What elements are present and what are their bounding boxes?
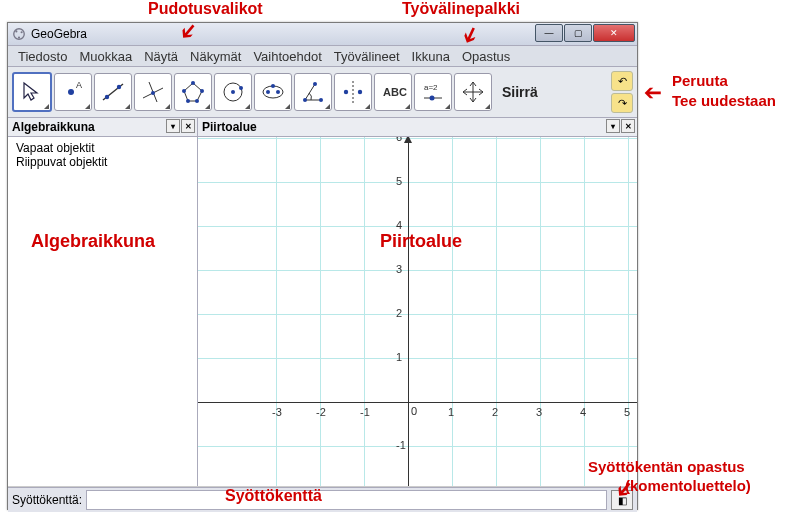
algebra-view: Algebraikkuna ▾ ✕ Vapaat objektit Riippu… [8, 118, 198, 486]
toolbar-mode-label: Siirrä [502, 84, 538, 100]
svg-text:a=2: a=2 [424, 83, 438, 92]
input-field[interactable] [86, 490, 607, 510]
titlebar[interactable]: GeoGebra — ▢ ✕ [8, 23, 637, 46]
svg-point-4 [68, 89, 74, 95]
y-tick-label: 3 [396, 263, 402, 275]
redo-button[interactable]: ↷ [611, 93, 633, 113]
svg-point-33 [430, 96, 435, 101]
origin-label: 0 [411, 405, 417, 417]
free-objects-label: Vapaat objektit [16, 141, 189, 155]
tool-move[interactable] [12, 72, 52, 112]
svg-point-8 [117, 85, 121, 89]
graphics-toggle-icon[interactable]: ▾ [606, 119, 620, 133]
svg-point-15 [186, 99, 190, 103]
arrow-icon: ➔ [644, 80, 662, 106]
svg-point-3 [18, 36, 20, 38]
svg-point-7 [105, 95, 109, 99]
menu-help[interactable]: Opastus [456, 47, 516, 66]
svg-point-13 [200, 89, 204, 93]
x-tick-label: -1 [360, 406, 370, 418]
svg-point-25 [319, 98, 323, 102]
tool-slider[interactable]: a=2 [414, 73, 452, 111]
anno-inputhelp2: (komentoluettelo) [625, 477, 751, 494]
tool-point[interactable]: A [54, 73, 92, 111]
undo-button[interactable]: ↶ [611, 71, 633, 91]
menu-options[interactable]: Vaihtoehdot [247, 47, 327, 66]
anno-undo: Peruuta [672, 72, 728, 89]
tool-angle[interactable] [294, 73, 332, 111]
dependent-objects-label: Riippuvat objektit [16, 155, 189, 169]
svg-point-18 [231, 90, 235, 94]
tool-text[interactable]: ABC [374, 73, 412, 111]
svg-point-12 [191, 81, 195, 85]
y-tick-label: 4 [396, 219, 402, 231]
anno-input: Syöttökenttä [225, 487, 322, 505]
graphics-canvas[interactable]: -3-2-112345-11234560 [198, 137, 637, 486]
geogebra-window: GeoGebra — ▢ ✕ Tiedosto Muokkaa Näytä Nä… [7, 22, 638, 510]
y-tick-label: 5 [396, 175, 402, 187]
svg-point-2 [21, 31, 23, 33]
algebra-header[interactable]: Algebraikkuna ▾ ✕ [8, 118, 197, 137]
svg-point-24 [303, 98, 307, 102]
svg-point-11 [151, 91, 155, 95]
menu-tools[interactable]: Työvälineet [328, 47, 406, 66]
menu-edit[interactable]: Muokkaa [73, 47, 138, 66]
anno-dropdowns: Pudotusvalikot [148, 0, 263, 18]
tool-line[interactable] [94, 73, 132, 111]
menu-perspectives[interactable]: Näkymät [184, 47, 247, 66]
graphics-view: Piirtoalue ▾ ✕ -3-2-112345-11234560 [198, 118, 637, 486]
input-bar: Syöttökenttä: ◧ [8, 487, 637, 512]
anno-graphics: Piirtoalue [380, 231, 462, 252]
svg-point-22 [276, 90, 280, 94]
menu-view[interactable]: Näytä [138, 47, 184, 66]
x-tick-label: 1 [448, 406, 454, 418]
graphics-close-icon[interactable]: ✕ [621, 119, 635, 133]
graphics-header[interactable]: Piirtoalue ▾ ✕ [198, 118, 637, 137]
algebra-title: Algebraikkuna [12, 120, 95, 134]
tool-circle[interactable] [214, 73, 252, 111]
x-tick-label: 4 [580, 406, 586, 418]
menu-file[interactable]: Tiedosto [12, 47, 73, 66]
algebra-close-icon[interactable]: ✕ [181, 119, 195, 133]
svg-text:ABC: ABC [383, 86, 407, 98]
x-tick-label: -3 [272, 406, 282, 418]
close-button[interactable]: ✕ [593, 24, 635, 42]
x-tick-label: 3 [536, 406, 542, 418]
anno-redo: Tee uudestaan [672, 92, 776, 109]
y-tick-label: 2 [396, 307, 402, 319]
svg-point-26 [313, 82, 317, 86]
menubar: Tiedosto Muokkaa Näytä Näkymät Vaihtoehd… [8, 46, 637, 67]
svg-point-19 [239, 86, 243, 90]
maximize-button[interactable]: ▢ [564, 24, 592, 42]
x-tick-label: 5 [624, 406, 630, 418]
y-tick-label: -1 [396, 439, 406, 451]
tool-reflect[interactable] [334, 73, 372, 111]
anno-toolbar: Työvälinepalkki [402, 0, 520, 18]
svg-text:A: A [76, 80, 82, 90]
y-tick-label: 6 [396, 137, 402, 143]
minimize-button[interactable]: — [535, 24, 563, 42]
menu-window[interactable]: Ikkuna [406, 47, 456, 66]
tool-perpendicular[interactable] [134, 73, 172, 111]
anno-algebra: Algebraikkuna [31, 231, 155, 252]
svg-point-16 [182, 89, 186, 93]
input-label: Syöttökenttä: [12, 493, 82, 507]
anno-inputhelp1: Syöttökentän opastus [588, 458, 745, 475]
x-tick-label: 2 [492, 406, 498, 418]
toolbar: A ABC [8, 67, 637, 118]
svg-point-21 [266, 90, 270, 94]
svg-point-29 [358, 90, 362, 94]
svg-point-23 [271, 84, 275, 88]
graphics-title: Piirtoalue [202, 120, 257, 134]
tool-ellipse[interactable] [254, 73, 292, 111]
panes: Algebraikkuna ▾ ✕ Vapaat objektit Riippu… [8, 118, 637, 487]
svg-point-1 [15, 30, 17, 32]
algebra-toggle-icon[interactable]: ▾ [166, 119, 180, 133]
app-icon [12, 27, 26, 41]
y-tick-label: 1 [396, 351, 402, 363]
tool-polygon[interactable] [174, 73, 212, 111]
svg-point-14 [195, 99, 199, 103]
tool-movegfx[interactable] [454, 73, 492, 111]
svg-point-28 [344, 90, 348, 94]
x-tick-label: -2 [316, 406, 326, 418]
